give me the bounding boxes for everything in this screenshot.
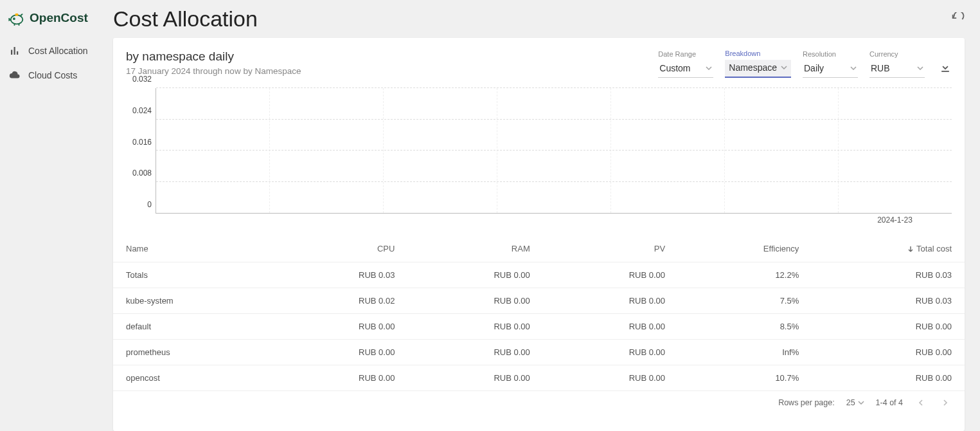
refresh-icon[interactable] — [950, 12, 965, 26]
rows-per-page-select[interactable]: 25 — [846, 398, 864, 407]
allocation-card: by namespace daily 17 January 2024 throu… — [113, 38, 965, 431]
sidebar-item-cost-allocation[interactable]: Cost Allocation — [0, 39, 113, 63]
cell-ram: RUB 0.00 — [407, 262, 542, 288]
page-range-text: 1-4 of 4 — [876, 398, 903, 407]
filter-value: Daily — [804, 63, 824, 73]
filter-breakdown[interactable]: Breakdown Namespace — [725, 50, 791, 78]
table-row[interactable]: opencostRUB 0.00RUB 0.00RUB 0.0010.7%RUB… — [113, 365, 965, 390]
filter-bar: Date Range Custom Breakdown Namespace — [658, 50, 952, 78]
main-content: Cost Allocation by namespace daily 17 Ja… — [113, 0, 980, 431]
y-tick-label: 0.016 — [132, 138, 152, 147]
cell-total: RUB 0.03 — [812, 288, 965, 313]
filter-value: Namespace — [729, 62, 777, 73]
y-tick-label: 0 — [147, 200, 152, 209]
column-header[interactable]: PV — [543, 236, 678, 262]
chevron-down-icon — [850, 65, 857, 71]
cell-name: prometheus — [113, 339, 272, 365]
sidebar-item-cloud-costs[interactable]: Cloud Costs — [0, 63, 113, 87]
x-tick-label — [724, 214, 838, 225]
chevron-down-icon — [858, 399, 864, 406]
cell-cpu: RUB 0.00 — [272, 339, 407, 365]
sort-desc-icon — [907, 246, 914, 252]
date-range-text: 17 January 2024 through now by Namespace — [126, 66, 301, 76]
cell-pv: RUB 0.00 — [543, 313, 678, 339]
chevron-down-icon — [706, 65, 712, 71]
cost-chart: 00.0080.0160.0240.032 2024-1-23 — [113, 84, 965, 227]
prev-page-button[interactable] — [914, 396, 927, 409]
x-tick-label — [269, 214, 383, 225]
filter-date-range[interactable]: Date Range Custom — [658, 50, 713, 78]
table-row[interactable]: kube-systemRUB 0.02RUB 0.00RUB 0.007.5%R… — [113, 288, 965, 313]
filter-currency[interactable]: Currency RUB — [869, 50, 925, 78]
column-header[interactable]: RAM — [407, 236, 542, 262]
x-tick-label — [497, 214, 610, 225]
cell-ram: RUB 0.00 — [407, 288, 542, 313]
piggy-bank-icon — [8, 9, 26, 27]
table-row[interactable]: defaultRUB 0.00RUB 0.00RUB 0.008.5%RUB 0… — [113, 313, 965, 339]
cell-eff: 10.7% — [678, 365, 812, 390]
cell-pv: RUB 0.00 — [543, 339, 678, 365]
column-header[interactable]: CPU — [272, 236, 407, 262]
filter-value: Custom — [659, 63, 690, 73]
cell-cpu: RUB 0.02 — [272, 288, 407, 313]
filter-label: Breakdown — [725, 50, 791, 57]
svg-rect-2 — [15, 14, 19, 16]
chevron-right-icon — [942, 399, 949, 406]
table-row[interactable]: TotalsRUB 0.03RUB 0.00RUB 0.0012.2%RUB 0… — [113, 262, 965, 288]
cell-name: Totals — [113, 262, 272, 288]
bar-chart-icon — [9, 45, 21, 57]
cell-pv: RUB 0.00 — [543, 365, 678, 390]
next-page-button[interactable] — [939, 396, 952, 409]
svg-point-1 — [13, 18, 15, 19]
chevron-down-icon — [917, 65, 923, 71]
sidebar-item-label: Cost Allocation — [28, 46, 88, 56]
column-header[interactable]: Total cost — [812, 236, 965, 262]
filter-label: Resolution — [803, 50, 858, 58]
card-subtitle: by namespace daily — [126, 50, 301, 64]
sidebar: OpenCost Cost Allocation Cloud Costs — [0, 0, 113, 431]
cell-cpu: RUB 0.00 — [272, 365, 407, 390]
filter-label: Date Range — [658, 50, 713, 58]
cell-name: kube-system — [113, 288, 272, 313]
brand-text: OpenCost — [30, 11, 88, 25]
svg-rect-3 — [11, 50, 12, 55]
chevron-left-icon — [918, 399, 924, 406]
x-tick-label — [383, 214, 497, 225]
filter-value: RUB — [871, 63, 890, 73]
sidebar-item-label: Cloud Costs — [28, 70, 77, 80]
cell-cpu: RUB 0.03 — [272, 262, 407, 288]
cell-eff: 12.2% — [678, 262, 812, 288]
brand-logo: OpenCost — [0, 9, 113, 39]
allocation-table: NameCPURAMPVEfficiencyTotal cost TotalsR… — [113, 236, 965, 391]
y-tick-label: 0.024 — [132, 106, 152, 115]
cell-total: RUB 0.00 — [812, 365, 965, 390]
cell-name: default — [113, 313, 272, 339]
cell-name: opencost — [113, 365, 272, 390]
column-header[interactable]: Efficiency — [678, 236, 812, 262]
cell-ram: RUB 0.00 — [407, 365, 542, 390]
page-title: Cost Allocation — [113, 6, 258, 32]
table-pagination: Rows per page: 25 1-4 of 4 — [113, 391, 965, 410]
cell-eff: 7.5% — [678, 288, 812, 313]
cell-eff: 8.5% — [678, 313, 812, 339]
svg-rect-4 — [14, 47, 15, 55]
table-row[interactable]: prometheusRUB 0.00RUB 0.00RUB 0.00Inf%RU… — [113, 339, 965, 365]
column-header[interactable]: Name — [113, 236, 272, 262]
cell-ram: RUB 0.00 — [407, 339, 542, 365]
filter-resolution[interactable]: Resolution Daily — [803, 50, 858, 78]
cloud-icon — [9, 69, 21, 81]
cell-pv: RUB 0.00 — [543, 288, 678, 313]
filter-label: Currency — [869, 50, 925, 58]
cell-pv: RUB 0.00 — [543, 262, 678, 288]
cell-total: RUB 0.03 — [812, 262, 965, 288]
cell-eff: Inf% — [678, 339, 812, 365]
cell-cpu: RUB 0.00 — [272, 313, 407, 339]
cell-total: RUB 0.00 — [812, 339, 965, 365]
cell-total: RUB 0.00 — [812, 313, 965, 339]
y-tick-label: 0.032 — [132, 75, 152, 84]
download-icon[interactable] — [939, 61, 952, 74]
rows-per-page-label: Rows per page: — [778, 398, 835, 407]
x-tick-label: 2024-1-23 — [838, 214, 952, 225]
svg-rect-5 — [17, 51, 18, 55]
x-tick-label — [156, 214, 269, 225]
